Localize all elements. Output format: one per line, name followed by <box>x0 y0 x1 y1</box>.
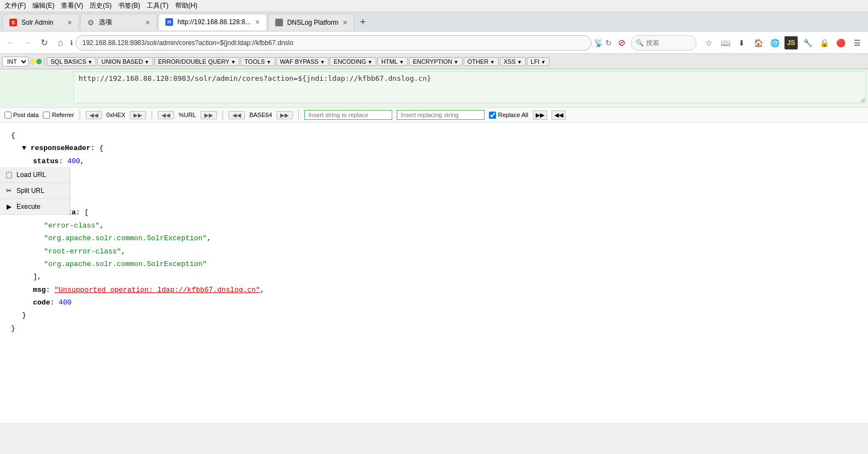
json-line-root-error-class: "root-error-class", <box>11 245 857 258</box>
base64-right-btn[interactable]: ▶▶ <box>276 111 293 119</box>
0xhex-left-btn[interactable]: ◀◀ <box>86 111 102 119</box>
replace-right-btn[interactable]: ▶▶ <box>533 110 547 120</box>
load-url-icon: 📋 <box>4 170 13 179</box>
home2-icon[interactable]: 🏠 <box>752 36 765 49</box>
referrer-checkbox[interactable] <box>43 112 50 119</box>
sql-basics-menu[interactable]: SQL BASICS <box>47 57 96 66</box>
other-menu[interactable]: OTHER <box>464 57 499 66</box>
replace-all-checkbox[interactable] <box>489 112 496 119</box>
html-menu[interactable]: HTML <box>377 57 408 66</box>
json-line-status: status: 400, <box>11 155 857 168</box>
menu-tools[interactable]: 工具(T) <box>147 1 168 10</box>
status-dot-yellow <box>30 59 35 64</box>
ext1-icon[interactable]: 🔧 <box>801 36 814 49</box>
dnslog-icon <box>275 19 283 26</box>
union-based-menu[interactable]: UNION BASED <box>97 57 153 66</box>
search-input[interactable] <box>646 39 690 47</box>
separator2 <box>80 110 80 120</box>
home-button[interactable]: ⌂ <box>54 36 67 49</box>
separator4 <box>222 110 223 120</box>
bookmark-icon[interactable]: 📖 <box>719 36 732 49</box>
new-tab-button[interactable]: + <box>355 14 370 30</box>
menu-history[interactable]: 历史(S) <box>90 1 112 10</box>
menu-help[interactable]: 帮助(H) <box>175 1 198 10</box>
tab-solr-close[interactable]: × <box>68 18 72 27</box>
json-line-error: ▼ error: { <box>11 193 857 206</box>
waf-bypass-menu[interactable]: WAF BYPASS <box>276 57 329 66</box>
url-section: 📋 Load URL ✂ Split URL ▶ Execute <box>0 69 868 108</box>
split-url-icon: ✂ <box>4 186 13 195</box>
left-panel: 📋 Load URL ✂ Split URL ▶ Execute <box>0 167 70 215</box>
globe-icon[interactable]: 🌐 <box>768 36 781 49</box>
referrer-option[interactable]: Referrer <box>43 112 74 119</box>
info-icon: ℹ <box>70 39 73 47</box>
replace-left-btn[interactable]: ◀◀ <box>552 110 566 120</box>
0xhex-right-btn[interactable]: ▶▶ <box>130 111 146 119</box>
block-icon: ⊘ <box>615 37 627 49</box>
insert-string-replace-input[interactable] <box>304 110 392 120</box>
tab-options-close[interactable]: × <box>146 18 150 27</box>
menu-icon[interactable]: ☰ <box>850 36 864 49</box>
percent-url-left-btn[interactable]: ◀◀ <box>158 111 174 119</box>
menu-edit[interactable]: 编辑(E) <box>32 1 54 10</box>
tab-bar: S Solr Admin × ⚙ 选项 × H http://192.168.8… <box>0 12 868 32</box>
feed-icon[interactable]: 📡 <box>594 38 603 47</box>
tab-hackbar-close[interactable]: × <box>255 18 259 26</box>
hackbar-icon: H <box>165 18 173 26</box>
base64-left-btn[interactable]: ◀◀ <box>229 111 245 119</box>
options-bar: Post data Referrer ◀◀ 0xHEX ▶▶ ◀◀ %URL ▶… <box>0 108 868 123</box>
encryption-menu[interactable]: ENCRYPTION <box>409 57 462 66</box>
int-select[interactable]: INT <box>2 57 29 67</box>
json-line-solr-exception2: "org.apache.solr.common.SolrException" <box>11 258 857 270</box>
separator <box>44 57 44 67</box>
url-area <box>0 69 868 108</box>
0xhex-label: 0xHEX <box>107 112 125 118</box>
percent-url-right-btn[interactable]: ▶▶ <box>201 111 217 119</box>
json-line-code: code: 400 <box>11 296 857 309</box>
separator5 <box>298 110 299 120</box>
split-url-button[interactable]: ✂ Split URL <box>0 183 70 199</box>
status-dot-green <box>36 59 42 64</box>
tab-solr[interactable]: S Solr Admin × <box>2 14 79 30</box>
forward-button[interactable]: → <box>21 36 34 49</box>
ext3-icon[interactable]: 🔴 <box>834 36 847 49</box>
insert-replacing-string-input[interactable] <box>397 110 485 120</box>
xss-menu[interactable]: XSS <box>500 57 526 66</box>
replace-all-label: Replace All <box>498 112 528 118</box>
menu-view[interactable]: 查看(V) <box>61 1 83 10</box>
json-line-root-close: } <box>11 322 857 335</box>
error-double-menu[interactable]: ERROR/DOUBLE QUERY <box>154 57 240 66</box>
replace-all-option[interactable]: Replace All <box>489 112 528 119</box>
menu-bookmarks[interactable]: 书签(B) <box>118 1 140 10</box>
post-data-option[interactable]: Post data <box>4 112 38 119</box>
address-input[interactable] <box>75 35 592 51</box>
load-url-button[interactable]: 📋 Load URL <box>0 167 70 183</box>
execute-button[interactable]: ▶ Execute <box>0 199 70 215</box>
tab-hackbar[interactable]: H http://192.168.88.128:8... × <box>158 14 267 30</box>
tab-solr-label: Solr Admin <box>21 19 53 26</box>
menu-bar: 文件(F) 编辑(E) 查看(V) 历史(S) 书签(B) 工具(T) 帮助(H… <box>0 0 868 12</box>
main-content: { ▼ responseHeader: { status: 400, QTime… <box>0 123 868 423</box>
reload-icon[interactable]: ↻ <box>605 38 612 47</box>
lfi-menu[interactable]: LFI <box>527 57 549 66</box>
tab-dnslog-close[interactable]: × <box>343 18 347 27</box>
download-icon[interactable]: ⬇ <box>735 36 748 49</box>
menu-file[interactable]: 文件(F) <box>4 1 26 10</box>
refresh-button[interactable]: ↻ <box>37 36 51 49</box>
json-line-metadata: ▼ metadata: [ <box>11 206 857 219</box>
js-icon[interactable]: JS <box>784 36 798 49</box>
tab-options[interactable]: ⚙ 选项 × <box>80 14 157 30</box>
star-icon[interactable]: ☆ <box>702 36 715 49</box>
execute-label: Execute <box>16 203 40 211</box>
encoding-menu[interactable]: ENCODING <box>330 57 376 66</box>
url-textarea[interactable] <box>74 71 866 103</box>
tab-dnslog[interactable]: DNSLog Platform × <box>268 14 355 30</box>
browser-actions: ☆ 📖 ⬇ 🏠 🌐 JS 🔧 🔒 🔴 ☰ <box>702 36 864 49</box>
tab-options-label: 选项 <box>99 18 112 27</box>
response-header-toggle[interactable]: ▼ <box>22 144 26 152</box>
post-data-checkbox[interactable] <box>4 112 12 119</box>
json-line-2: ▼ responseHeader: { <box>11 142 857 154</box>
tools-menu[interactable]: TOOLS <box>241 57 275 66</box>
back-button[interactable]: ← <box>4 36 18 49</box>
ext2-icon[interactable]: 🔒 <box>817 36 831 49</box>
